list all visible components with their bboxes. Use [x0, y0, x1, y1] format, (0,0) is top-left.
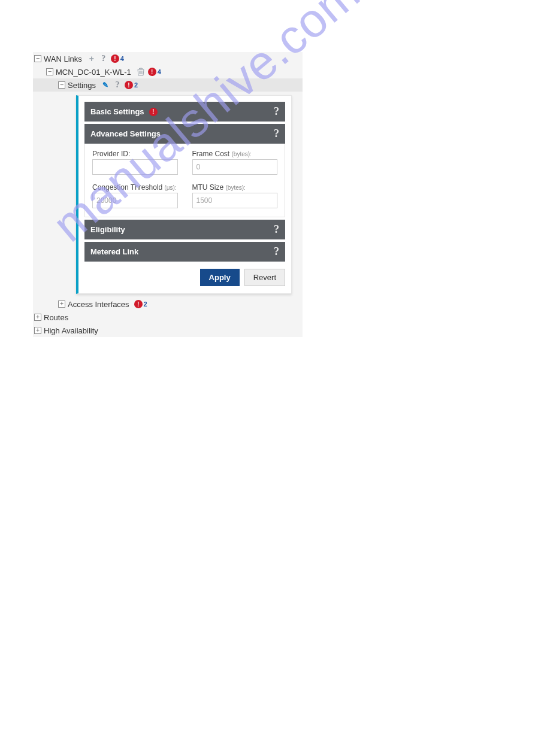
- config-tree-panel: − WAN Links + ? ! 4 − MCN_DC-01_K-WL-1 !…: [33, 52, 303, 337]
- alert-icon[interactable]: !: [134, 300, 143, 308]
- section-advanced-settings[interactable]: Advanced Settings ?: [84, 124, 285, 144]
- help-icon[interactable]: ?: [99, 54, 108, 63]
- node-label: High Availability: [44, 326, 98, 335]
- provider-id-label: Provider ID:: [92, 150, 178, 158]
- alert-icon[interactable]: !: [125, 81, 133, 89]
- revert-button[interactable]: Revert: [244, 269, 285, 286]
- section-metered-link[interactable]: Metered Link ?: [84, 242, 285, 262]
- tree-node-settings[interactable]: − Settings ✎ ? ! 2: [33, 78, 303, 92]
- tree-node-access-interfaces[interactable]: + Access Interfaces ! 2: [33, 297, 303, 311]
- tree-node-mcn[interactable]: − MCN_DC-01_K-WL-1 ! 4: [33, 65, 303, 78]
- alert-icon: !: [149, 108, 158, 116]
- advanced-settings-body: Provider ID: Frame Cost (bytes): Congest…: [84, 144, 285, 217]
- tree-node-high-availability[interactable]: + High Availability: [33, 324, 303, 337]
- settings-panel: Basic Settings ! ? Advanced Settings ? P…: [76, 95, 292, 294]
- section-title: Metered Link: [90, 247, 138, 256]
- delete-icon[interactable]: [136, 67, 146, 77]
- expand-icon[interactable]: +: [34, 314, 41, 321]
- help-icon[interactable]: ?: [274, 127, 279, 140]
- section-title: Advanced Settings: [90, 129, 161, 138]
- mtu-size-input[interactable]: [192, 193, 278, 208]
- congestion-threshold-label: Congestion Threshold (μs):: [92, 183, 178, 192]
- congestion-threshold-input[interactable]: [92, 193, 178, 208]
- add-icon[interactable]: +: [87, 54, 96, 63]
- alert-count: 4: [158, 68, 161, 75]
- help-icon[interactable]: ?: [274, 105, 279, 118]
- expand-icon[interactable]: +: [34, 327, 41, 334]
- tree-node-routes[interactable]: + Routes: [33, 311, 303, 324]
- alert-count: 4: [120, 55, 124, 62]
- node-label: Access Interfaces: [68, 300, 129, 309]
- collapse-icon[interactable]: −: [34, 55, 41, 62]
- collapse-icon[interactable]: −: [58, 81, 65, 89]
- node-label: Settings: [68, 81, 96, 90]
- collapse-icon[interactable]: −: [46, 68, 53, 75]
- frame-cost-input[interactable]: [192, 159, 278, 175]
- section-eligibility[interactable]: Eligibility ?: [84, 220, 285, 239]
- help-icon[interactable]: ?: [274, 223, 279, 236]
- alert-icon[interactable]: !: [111, 54, 119, 63]
- alert-icon[interactable]: !: [148, 68, 156, 76]
- section-title: Basic Settings: [90, 107, 144, 116]
- frame-cost-label: Frame Cost (bytes):: [192, 150, 278, 158]
- alert-count: 2: [134, 81, 138, 89]
- help-icon[interactable]: ?: [113, 80, 122, 90]
- node-label: MCN_DC-01_K-WL-1: [56, 68, 131, 77]
- node-label: Routes: [44, 313, 68, 322]
- expand-icon[interactable]: +: [58, 300, 65, 308]
- section-basic-settings[interactable]: Basic Settings ! ?: [84, 102, 285, 122]
- section-title: Eligibility: [90, 225, 125, 234]
- edit-icon[interactable]: ✎: [101, 80, 110, 90]
- apply-button[interactable]: Apply: [200, 269, 240, 286]
- help-icon[interactable]: ?: [274, 245, 279, 258]
- provider-id-input[interactable]: [92, 159, 178, 175]
- tree-node-wan-links[interactable]: − WAN Links + ? ! 4: [33, 52, 303, 65]
- alert-count: 2: [144, 300, 147, 308]
- mtu-size-label: MTU Size (bytes):: [192, 183, 278, 192]
- node-label: WAN Links: [44, 54, 82, 63]
